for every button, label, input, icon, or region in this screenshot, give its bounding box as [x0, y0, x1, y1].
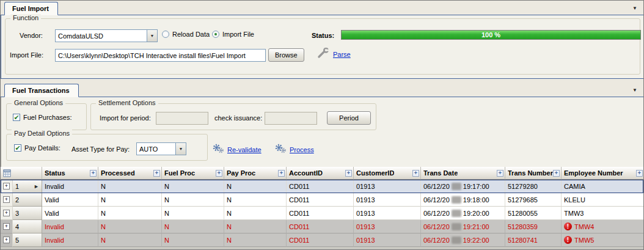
- fuel-purchases-checkbox[interactable]: ✔ Fuel Purchases:: [13, 114, 71, 121]
- cell-pay_proc[interactable]: N: [224, 233, 287, 247]
- column-header-status[interactable]: Status+: [42, 167, 98, 180]
- import-period-input[interactable]: [156, 112, 208, 125]
- import-file-input[interactable]: [55, 49, 266, 62]
- row-header[interactable]: 4: [13, 220, 42, 233]
- table-row[interactable]: +2ValidNNNCD0110191306/12/2019:18:005127…: [1, 193, 643, 207]
- row-header[interactable]: 2: [13, 193, 42, 207]
- cell-fuel_proc[interactable]: N: [162, 233, 224, 247]
- cell-pay_proc[interactable]: N: [224, 180, 287, 193]
- row-expand-button[interactable]: +: [1, 180, 13, 193]
- cell-account_id[interactable]: CD011: [287, 233, 354, 247]
- revalidate-link[interactable]: Re-validate: [227, 146, 262, 153]
- cell-status[interactable]: Invalid: [42, 233, 98, 247]
- column-options-icon[interactable]: +: [497, 170, 503, 177]
- period-button[interactable]: Period: [327, 111, 371, 125]
- cell-processed[interactable]: N: [98, 193, 162, 207]
- cell-trans_date[interactable]: 06/12/2019:18:00: [421, 193, 505, 207]
- expand-plus-icon[interactable]: +: [3, 183, 10, 189]
- dropdown-arrow-icon[interactable]: ▼: [147, 30, 157, 42]
- cell-trans_date[interactable]: 06/12/2019:17:00: [421, 180, 505, 193]
- cell-trans_number[interactable]: 51279280: [505, 180, 562, 193]
- expand-plus-icon[interactable]: +: [3, 237, 10, 243]
- cell-account_id[interactable]: CD011: [287, 220, 354, 233]
- column-options-icon[interactable]: +: [345, 170, 352, 177]
- cell-customer_id[interactable]: 01913: [354, 220, 421, 233]
- cell-fuel_proc[interactable]: N: [162, 207, 224, 220]
- cell-status[interactable]: Invalid: [42, 220, 98, 233]
- cell-trans_number[interactable]: 51280055: [505, 207, 562, 220]
- column-options-icon[interactable]: +: [90, 170, 97, 177]
- column-options-icon[interactable]: +: [216, 170, 222, 177]
- column-options-icon[interactable]: +: [553, 170, 560, 177]
- cell-pay_proc[interactable]: N: [224, 193, 287, 207]
- check-issuance-input[interactable]: [265, 112, 317, 125]
- cell-fuel_proc[interactable]: N: [162, 180, 224, 193]
- vendor-combobox[interactable]: ComdataULSD ▼: [55, 29, 158, 42]
- tab-overflow-icon[interactable]: ▼: [632, 87, 637, 93]
- tab-fuel-import[interactable]: Fuel Import: [4, 2, 58, 15]
- table-row[interactable]: +5InvalidNNNCD0110191306/12/2019:22:0051…: [1, 233, 643, 247]
- column-header-customer_id[interactable]: CustomerID+: [354, 167, 421, 180]
- tab-overflow-icon[interactable]: ▼: [632, 6, 637, 11]
- cell-employee[interactable]: !TMW5: [562, 233, 643, 247]
- asset-type-combobox[interactable]: AUTO ▼: [136, 142, 186, 155]
- table-row[interactable]: +1►InvalidNNNCD0110191306/12/2019:17:005…: [1, 180, 643, 193]
- row-header[interactable]: 1►: [13, 180, 42, 193]
- row-expand-button[interactable]: +: [1, 193, 13, 207]
- column-options-icon[interactable]: +: [412, 170, 419, 177]
- cell-employee[interactable]: CAMIA: [562, 180, 643, 193]
- column-options-icon[interactable]: +: [636, 170, 643, 177]
- row-expand-button[interactable]: +: [1, 220, 13, 233]
- radio-reload-data[interactable]: Reload Data: [162, 31, 210, 38]
- dropdown-arrow-icon[interactable]: ▼: [175, 143, 186, 155]
- cell-customer_id[interactable]: 01913: [354, 180, 421, 193]
- cell-trans_number[interactable]: 51280741: [505, 233, 562, 247]
- cell-processed[interactable]: N: [98, 207, 162, 220]
- cell-account_id[interactable]: CD011: [287, 207, 354, 220]
- table-row[interactable]: +4InvalidNNNCD0110191306/12/2019:21:0051…: [1, 220, 643, 233]
- pay-details-checkbox[interactable]: ✔ Pay Details:: [14, 144, 60, 152]
- column-header-trans_date[interactable]: Trans Date+: [421, 167, 505, 180]
- cell-processed[interactable]: N: [98, 233, 162, 247]
- cell-trans_number[interactable]: 51279685: [505, 193, 562, 207]
- cell-trans_date[interactable]: 06/12/2019:22:00: [421, 233, 505, 247]
- column-header-trans_number[interactable]: Trans Number+: [505, 167, 562, 180]
- tab-fuel-transactions[interactable]: Fuel Transactions: [4, 84, 79, 97]
- cell-pay_proc[interactable]: N: [224, 207, 287, 220]
- row-expand-button[interactable]: +: [1, 207, 13, 220]
- row-header[interactable]: 5: [13, 233, 42, 247]
- cell-status[interactable]: Valid: [42, 193, 98, 207]
- browse-button[interactable]: Browse: [268, 48, 304, 62]
- cell-fuel_proc[interactable]: N: [162, 193, 224, 207]
- cell-trans_date[interactable]: 06/12/2019:21:00: [421, 220, 505, 233]
- cell-status[interactable]: Valid: [42, 207, 98, 220]
- column-header-account_id[interactable]: AccountID+: [287, 167, 354, 180]
- cell-customer_id[interactable]: 01913: [354, 193, 421, 207]
- process-link[interactable]: Process: [290, 146, 314, 153]
- grid-corner-cell[interactable]: [1, 167, 42, 180]
- column-header-fuel_proc[interactable]: Fuel Proc+: [162, 167, 224, 180]
- parse-link[interactable]: Parse: [333, 51, 351, 58]
- column-header-pay_proc[interactable]: Pay Proc+: [224, 167, 287, 180]
- cell-processed[interactable]: N: [98, 220, 162, 233]
- cell-employee[interactable]: TMW3: [562, 207, 643, 220]
- cell-fuel_proc[interactable]: N: [162, 220, 224, 233]
- cell-status[interactable]: Invalid: [42, 180, 98, 193]
- cell-account_id[interactable]: CD011: [287, 180, 354, 193]
- expand-plus-icon[interactable]: +: [3, 210, 10, 216]
- expand-plus-icon[interactable]: +: [3, 196, 10, 203]
- row-header[interactable]: 3: [13, 207, 42, 220]
- cell-pay_proc[interactable]: N: [224, 220, 287, 233]
- column-header-processed[interactable]: Processed+: [98, 167, 162, 180]
- cell-account_id[interactable]: CD011: [287, 193, 354, 207]
- cell-trans_date[interactable]: 06/12/2019:20:00: [421, 207, 505, 220]
- column-header-employee[interactable]: Employee Number+: [562, 167, 643, 180]
- radio-import-file[interactable]: Import File: [212, 31, 254, 38]
- cell-employee[interactable]: KLELU: [562, 193, 643, 207]
- column-options-icon[interactable]: +: [278, 170, 285, 177]
- row-expand-button[interactable]: +: [1, 233, 13, 247]
- table-row[interactable]: +3ValidNNNCD0110191306/12/2019:20:005128…: [1, 207, 643, 220]
- cell-trans_number[interactable]: 51280359: [505, 220, 562, 233]
- cell-customer_id[interactable]: 01913: [354, 207, 421, 220]
- cell-processed[interactable]: N: [98, 180, 162, 193]
